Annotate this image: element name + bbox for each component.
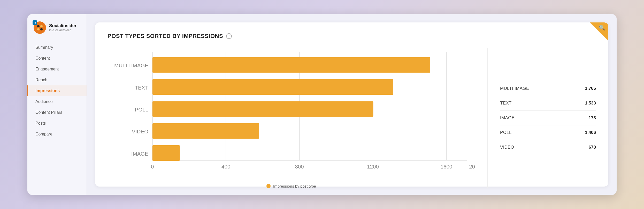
- sidebar-item-summary[interactable]: Summary: [27, 42, 87, 53]
- stat-label-text: TEXT: [500, 101, 512, 106]
- stat-label-multi-image: MULTI IMAGE: [500, 86, 529, 91]
- bar-chart-svg: MULTI IMAGE TEXT POLL VIDEO: [108, 48, 475, 179]
- bar-image: [152, 145, 180, 161]
- logo-dot-2: [40, 25, 43, 27]
- sidebar-nav: Summary Content Engagement Reach Impress…: [27, 40, 87, 195]
- bar-video: [152, 123, 259, 139]
- info-icon[interactable]: i: [226, 33, 232, 39]
- sidebar-item-reach[interactable]: Reach: [27, 75, 87, 85]
- card-body: MULTI IMAGE TEXT POLL VIDEO: [108, 48, 596, 188]
- logo-icon: in: [34, 21, 46, 34]
- x-axis-1600: 1600: [441, 164, 453, 170]
- logo-sub: in /Socialinsider: [49, 28, 76, 32]
- logo-text: Socialinsider in /Socialinsider: [49, 23, 76, 32]
- bar-label-image: IMAGE: [131, 151, 148, 157]
- stat-row-text: TEXT 1.533: [500, 96, 596, 111]
- chart-area: MULTI IMAGE TEXT POLL VIDEO: [108, 48, 475, 188]
- sidebar-logo: in Socialinsider in /Socialinsider: [27, 14, 87, 40]
- stat-value-image: 173: [589, 115, 596, 120]
- legend-label: Impressions by post type: [273, 184, 316, 188]
- sidebar-item-posts[interactable]: Posts: [27, 118, 87, 129]
- bar-label-text: TEXT: [135, 85, 149, 91]
- linkedin-badge: in: [33, 20, 37, 25]
- sidebar-item-content[interactable]: Content: [27, 53, 87, 64]
- stat-value-poll: 1.406: [585, 130, 596, 135]
- stat-value-multi-image: 1.765: [585, 86, 596, 91]
- bar-label-multi-image: MULTI IMAGE: [114, 62, 148, 68]
- x-axis-2000: 2000: [469, 164, 475, 170]
- legend-dot: [266, 184, 271, 188]
- main-content: 🔍 POST TYPES SORTED BY IMPRESSIONS i: [87, 14, 617, 195]
- card-title: POST TYPES SORTED BY IMPRESSIONS: [108, 33, 223, 39]
- logo-dots: [36, 24, 44, 31]
- stat-row-image: IMAGE 173: [500, 111, 596, 125]
- x-axis-1200: 1200: [367, 164, 379, 170]
- bar-multi-image: [152, 57, 430, 73]
- sidebar-item-compare[interactable]: Compare: [27, 129, 87, 140]
- stat-label-video: VIDEO: [500, 145, 514, 150]
- stat-label-poll: POLL: [500, 130, 512, 135]
- bar-label-video: VIDEO: [132, 128, 148, 134]
- app-container: in Socialinsider in /Socialinsider Summa…: [27, 14, 617, 195]
- stat-value-text: 1.533: [585, 101, 596, 106]
- stat-value-video: 678: [589, 145, 596, 150]
- logo-dot-4: [40, 28, 43, 30]
- stat-row-video: VIDEO 678: [500, 140, 596, 155]
- logo-dot-3: [37, 28, 40, 30]
- card-title-row: POST TYPES SORTED BY IMPRESSIONS i: [108, 33, 596, 39]
- stats-panel: MULTI IMAGE 1.765 TEXT 1.533 IMAGE 173 P…: [487, 48, 596, 188]
- chart-card: 🔍 POST TYPES SORTED BY IMPRESSIONS i: [95, 22, 608, 187]
- x-axis-800: 800: [295, 164, 304, 170]
- sidebar-item-content-pillars[interactable]: Content Pillars: [27, 107, 87, 118]
- stat-label-image: IMAGE: [500, 115, 515, 120]
- chart-wrapper: MULTI IMAGE TEXT POLL VIDEO: [108, 48, 475, 179]
- sidebar-item-impressions[interactable]: Impressions: [27, 85, 87, 96]
- chart-legend: Impressions by post type: [108, 184, 475, 188]
- bar-poll: [152, 101, 373, 117]
- logo-name: Socialinsider: [49, 23, 76, 28]
- search-icon[interactable]: 🔍: [599, 25, 605, 31]
- bar-text: [152, 79, 393, 95]
- sidebar: in Socialinsider in /Socialinsider Summa…: [27, 14, 87, 195]
- logo-dot-1: [37, 25, 40, 27]
- bar-label-poll: POLL: [135, 107, 148, 112]
- stat-row-multi-image: MULTI IMAGE 1.765: [500, 81, 596, 96]
- x-axis-400: 400: [221, 164, 230, 170]
- x-axis-0: 0: [151, 164, 154, 170]
- sidebar-item-audience[interactable]: Audience: [27, 96, 87, 107]
- stat-row-poll: POLL 1.406: [500, 125, 596, 140]
- sidebar-item-engagement[interactable]: Engagement: [27, 64, 87, 75]
